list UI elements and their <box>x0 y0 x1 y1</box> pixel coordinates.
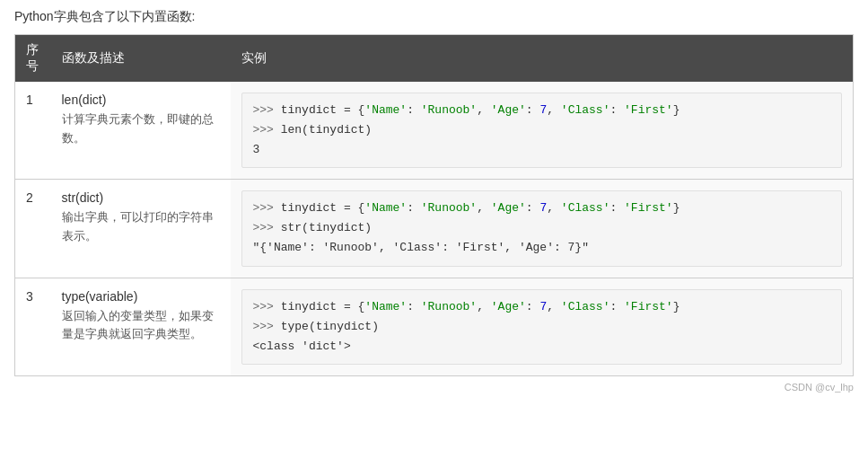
code-colon: : <box>407 300 421 313</box>
col-header-desc: 函数及描述 <box>51 35 231 83</box>
code-string: 'First' <box>624 300 673 313</box>
row-num: 3 <box>15 278 51 375</box>
code-string: 'Runoob' <box>421 201 477 215</box>
code-colon: : <box>526 103 540 117</box>
code-string: 'Class' <box>561 201 610 215</box>
code-sep: , <box>547 201 561 215</box>
code-string: 'Name' <box>364 201 407 215</box>
code-sep: , <box>547 103 561 117</box>
row-desc: len(dict) 计算字典元素个数，即键的总数。 <box>51 82 231 180</box>
code-text: tinydict = { <box>281 300 365 313</box>
code-prompt: >>> <box>253 320 281 333</box>
code-string: 'Class' <box>561 103 610 117</box>
row-desc: str(dict) 输出字典，可以打印的字符串表示。 <box>51 180 231 278</box>
code-sep: , <box>477 201 491 215</box>
table-header-row: 序号 函数及描述 实例 <box>15 35 854 83</box>
col-header-num: 序号 <box>15 35 51 83</box>
table-row: 1 len(dict) 计算字典元素个数，即键的总数。 >>> tinydict… <box>15 82 854 180</box>
code-result: "{'Name': 'Runoob', 'Class': 'First', 'A… <box>253 241 589 254</box>
func-name: len(dict) <box>62 93 220 107</box>
code-block: >>> tinydict = {'Name': 'Runoob', 'Age':… <box>241 190 843 266</box>
code-sep: , <box>477 103 491 117</box>
code-string: 'Age' <box>491 300 526 313</box>
code-colon: : <box>526 201 540 215</box>
code-colon: : <box>609 300 624 313</box>
row-example: >>> tinydict = {'Name': 'Runoob', 'Age':… <box>231 278 854 375</box>
code-colon: : <box>407 103 421 117</box>
code-string: 'First' <box>624 103 673 117</box>
functions-table: 序号 函数及描述 实例 1 len(dict) 计算字典元素个数，即键的总数。 … <box>14 34 854 376</box>
intro-text: Python字典包含了以下内置函数: <box>14 9 854 25</box>
code-colon: : <box>526 300 540 313</box>
code-close: } <box>673 201 680 215</box>
code-block: >>> tinydict = {'Name': 'Runoob', 'Age':… <box>241 289 843 365</box>
code-colon: : <box>407 201 421 215</box>
row-desc: type(variable) 返回输入的变量类型，如果变量是字典就返回字典类型。 <box>51 278 231 375</box>
code-result: 3 <box>253 143 260 156</box>
code-string: 'First' <box>624 201 673 215</box>
row-example: >>> tinydict = {'Name': 'Runoob', 'Age':… <box>231 82 854 180</box>
code-text: len(tinydict) <box>281 123 372 137</box>
func-name: str(dict) <box>62 190 220 205</box>
code-prompt: >>> <box>253 123 281 137</box>
col-header-example: 实例 <box>231 35 854 83</box>
code-string: 'Runoob' <box>421 103 477 117</box>
code-prompt: >>> <box>253 221 281 234</box>
code-colon: : <box>609 103 624 117</box>
footer-text: CSDN @cv_lhp <box>14 382 854 393</box>
func-name: type(variable) <box>62 289 220 304</box>
code-sep: , <box>477 300 491 313</box>
code-prompt: >>> <box>253 103 281 117</box>
func-desc: 计算字典元素个数，即键的总数。 <box>62 110 220 148</box>
code-text: type(tinydict) <box>281 320 379 333</box>
func-desc: 返回输入的变量类型，如果变量是字典就返回字典类型。 <box>62 307 220 345</box>
code-prompt: >>> <box>253 201 281 215</box>
code-string: 'Age' <box>491 201 526 215</box>
row-num: 2 <box>15 180 51 278</box>
code-string: 'Age' <box>491 103 526 117</box>
code-close: } <box>673 300 680 313</box>
table-row: 3 type(variable) 返回输入的变量类型，如果变量是字典就返回字典类… <box>15 278 854 375</box>
code-string: 'Runoob' <box>421 300 477 313</box>
code-string: 'Name' <box>364 103 407 117</box>
code-close: } <box>673 103 680 117</box>
row-example: >>> tinydict = {'Name': 'Runoob', 'Age':… <box>231 180 854 278</box>
code-string: 'Class' <box>561 300 610 313</box>
code-colon: : <box>609 201 624 215</box>
code-text: tinydict = { <box>281 103 365 117</box>
func-desc: 输出字典，可以打印的字符串表示。 <box>62 208 220 246</box>
code-prompt: >>> <box>253 300 281 313</box>
table-row: 2 str(dict) 输出字典，可以打印的字符串表示。 >>> tinydic… <box>15 180 854 278</box>
code-string: 'Name' <box>364 300 407 313</box>
row-num: 1 <box>15 82 51 180</box>
code-sep: , <box>547 300 561 313</box>
code-text: str(tinydict) <box>281 221 372 234</box>
code-text: tinydict = { <box>281 201 365 215</box>
code-block: >>> tinydict = {'Name': 'Runoob', 'Age':… <box>241 93 843 168</box>
code-class-result: <class 'dict'> <box>253 340 351 353</box>
